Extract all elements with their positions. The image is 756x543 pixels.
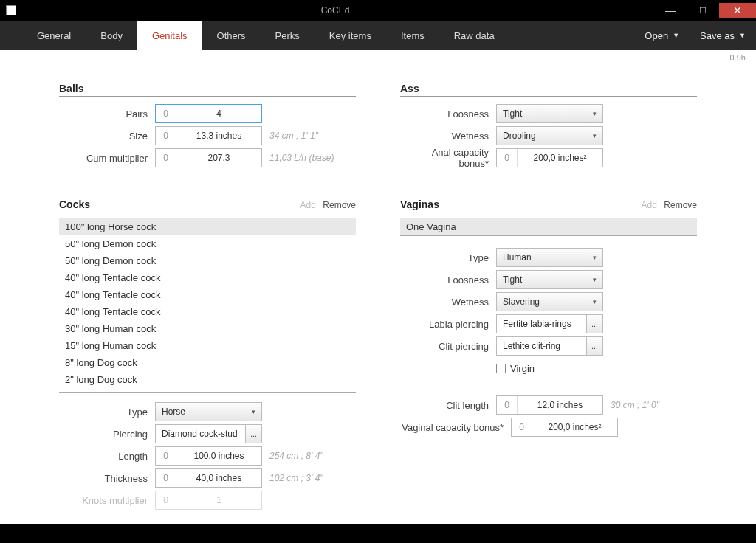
vag-type-label: Type <box>400 252 496 263</box>
anal-capacity-label: Anal capacity bonus* <box>400 147 496 169</box>
tab-body[interactable]: Body <box>86 21 137 50</box>
ellipsis-button[interactable]: ... <box>587 336 603 356</box>
tab-keyitems[interactable]: Key items <box>315 21 386 50</box>
vag-type-select[interactable]: Human▾ <box>496 248 603 267</box>
list-item[interactable]: 8" long Dog cock <box>59 354 356 371</box>
pairs-input[interactable]: 0 4 <box>155 104 262 123</box>
vag-capacity-label: Vaginal capacity bonus* <box>400 422 511 433</box>
virgin-checkbox[interactable]: Virgin <box>496 363 535 374</box>
list-item[interactable]: 15" long Human cock <box>59 337 356 354</box>
tab-others[interactable]: Others <box>202 21 261 50</box>
list-item[interactable]: 40" long Tentacle cock <box>59 269 356 286</box>
vag-loosness-label: Loosness <box>400 274 496 286</box>
section-title: Balls <box>59 83 83 94</box>
cock-length-input[interactable]: 0 100,0 inches <box>155 446 262 466</box>
section-title: Vaginas <box>400 198 439 210</box>
list-item[interactable]: 40" long Tentacle cock <box>59 303 356 320</box>
vag-capacity-input[interactable]: 0 200,0 inches² <box>511 418 618 437</box>
chevron-down-icon: ▾ <box>593 254 597 261</box>
chevron-down-icon: ▾ <box>593 298 597 305</box>
clitlen-hint: 30 cm ; 1' 0" <box>611 400 659 410</box>
size-label: Size <box>59 131 155 142</box>
cocks-list[interactable]: 100" long Horse cock 50" long Demon cock… <box>59 218 356 393</box>
ass-wetness-select[interactable]: Drooling▾ <box>496 126 603 145</box>
chevron-down-icon: ▾ <box>593 110 597 117</box>
ellipsis-button[interactable]: ... <box>587 314 603 333</box>
version-label: 0.9h <box>730 53 746 62</box>
list-item[interactable]: One Vagina <box>400 218 697 236</box>
vag-wetness-select[interactable]: Slavering▾ <box>496 292 603 311</box>
thickness-hint: 102 cm ; 3' 4" <box>269 473 323 483</box>
chevron-down-icon: ▾ <box>593 132 597 139</box>
list-item[interactable]: 30" long Human cock <box>59 320 356 337</box>
labia-label: Labia piercing <box>400 319 496 330</box>
vaginas-remove[interactable]: Remove <box>664 200 697 210</box>
cummult-input[interactable]: 0 207,3 <box>155 148 262 167</box>
section-title: Cocks <box>59 198 90 210</box>
section-title: Ass <box>400 83 419 94</box>
ellipsis-button[interactable]: ... <box>246 424 262 443</box>
cock-type-label: Type <box>59 407 155 418</box>
cocks-section: Cocks Add Remove <box>59 198 356 212</box>
chevron-down-icon: ▾ <box>252 408 255 415</box>
minimize-button[interactable]: — <box>654 3 687 18</box>
anal-capacity-input[interactable]: 0 200,0 inches² <box>496 148 603 167</box>
cocks-remove[interactable]: Remove <box>323 200 356 210</box>
size-input[interactable]: 0 13,3 inches <box>155 126 262 145</box>
clitlen-input[interactable]: 0 12,0 inches <box>496 395 603 415</box>
open-menu[interactable]: Open▼ <box>634 21 690 50</box>
length-hint: 254 cm ; 8' 4" <box>269 451 323 461</box>
knots-input: 0 1 <box>155 491 262 510</box>
chevron-down-icon: ▾ <box>593 276 597 283</box>
tab-general[interactable]: General <box>22 21 86 50</box>
tabbar: General Body Genitals Others Perks Key i… <box>0 21 756 50</box>
vaginas-section: Vaginas Add Remove <box>400 198 697 212</box>
cock-piercing-input[interactable]: Diamond cock-stud ... <box>155 424 262 443</box>
knots-label: Knots multiplier <box>59 495 155 506</box>
cock-thickness-input[interactable]: 0 40,0 inches <box>155 468 262 488</box>
list-item[interactable]: 100" long Horse cock <box>59 218 356 235</box>
balls-section: Balls <box>59 83 356 97</box>
ass-loosness-select[interactable]: Tight▾ <box>496 104 603 123</box>
size-hint: 34 cm ; 1' 1" <box>269 131 318 141</box>
clitp-input[interactable]: Lethite clit-ring ... <box>496 336 603 356</box>
list-item[interactable]: 2" long Dog cock <box>59 371 356 388</box>
cummult-hint: 11,03 L/h (base) <box>269 153 334 163</box>
saveas-menu[interactable]: Save as▼ <box>690 21 756 50</box>
vag-loosness-select[interactable]: Tight▾ <box>496 270 603 289</box>
pairs-label: Pairs <box>59 108 155 120</box>
cocks-add[interactable]: Add <box>300 200 316 210</box>
ass-section: Ass <box>400 83 697 97</box>
titlebar: CoCEd — ☐ ✕ <box>0 0 756 21</box>
window-title: CoCEd <box>16 5 654 15</box>
clitp-label: Clit piercing <box>400 341 496 352</box>
app-icon <box>6 5 16 15</box>
checkbox-icon <box>496 364 506 373</box>
close-button[interactable]: ✕ <box>719 3 756 18</box>
list-item[interactable]: 50" long Demon cock <box>59 252 356 269</box>
vag-wetness-label: Wetness <box>400 297 496 308</box>
tab-genitals[interactable]: Genitals <box>137 21 202 50</box>
cock-type-select[interactable]: Horse▾ <box>155 402 262 421</box>
labia-input[interactable]: Fertite labia-rings ... <box>496 314 603 333</box>
maximize-button[interactable]: ☐ <box>687 3 719 18</box>
list-item[interactable]: 40" long Tentacle cock <box>59 286 356 303</box>
tab-perks[interactable]: Perks <box>261 21 315 50</box>
ass-loosness-label: Loosness <box>400 108 496 120</box>
cock-thickness-label: Thickness <box>59 473 155 484</box>
tab-rawdata[interactable]: Raw data <box>439 21 509 50</box>
list-item[interactable]: 50" long Demon cock <box>59 235 356 252</box>
chevron-down-icon: ▼ <box>739 32 746 39</box>
clitlen-label: Clit length <box>400 400 496 411</box>
ass-wetness-label: Wetness <box>400 131 496 142</box>
chevron-down-icon: ▼ <box>673 32 679 39</box>
cock-length-label: Length <box>59 451 155 462</box>
tab-items[interactable]: Items <box>386 21 439 50</box>
cock-piercing-label: Piercing <box>59 429 155 440</box>
cummult-label: Cum multiplier <box>59 153 155 164</box>
vaginas-list[interactable]: One Vagina <box>400 218 697 236</box>
vaginas-add[interactable]: Add <box>642 200 657 210</box>
